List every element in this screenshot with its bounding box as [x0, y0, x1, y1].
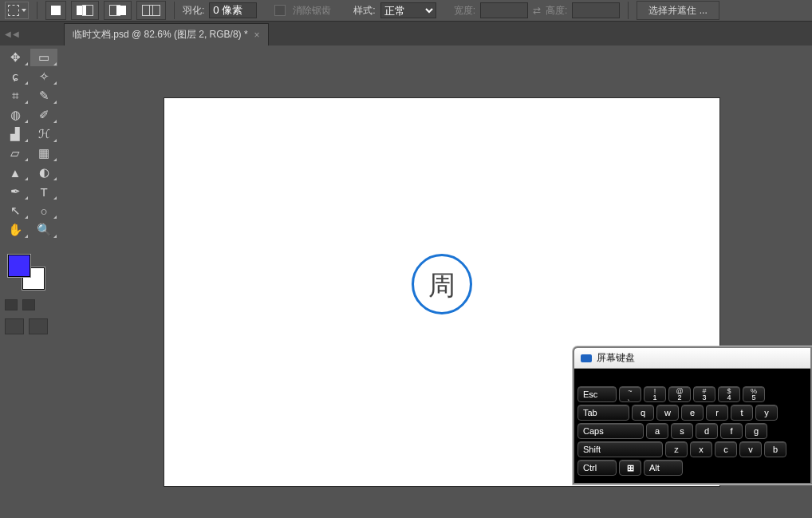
document-tabstrip: ◀◀ 临时文档.psd @ 82.6% (图层 2, RGB/8) * × [0, 22, 812, 46]
height-input [572, 2, 620, 18]
marquee-icon[interactable]: ▭ [30, 49, 57, 66]
select-and-mask-button[interactable]: 选择并遮住 ... [637, 1, 719, 20]
toolbox: ✥▭ɕ✧⌗✎◍✐▟ℋ▱▦▲◐✒T↖○✋🔍 [0, 45, 58, 518]
main-area: ✥▭ɕ✧⌗✎◍✐▟ℋ▱▦▲◐✒T↖○✋🔍 周 屏幕键盘 Esc~、!1@2#3$… [0, 45, 812, 518]
key-alt[interactable]: Alt [644, 460, 683, 476]
tool-selector-icon[interactable] [5, 2, 29, 19]
style-label: 样式: [353, 4, 375, 18]
key-v[interactable]: v [739, 441, 762, 457]
key-z[interactable]: z [665, 441, 688, 457]
key-2[interactable]: @2 [668, 386, 691, 402]
osk-title-text: 屏幕键盘 [597, 351, 635, 365]
key-5[interactable]: %5 [743, 386, 765, 402]
brush-icon[interactable]: ✐ [30, 106, 57, 124]
key-g[interactable]: g [745, 423, 767, 439]
healing-icon[interactable]: ◍ [2, 106, 29, 124]
lasso-icon[interactable]: ɕ [2, 68, 29, 85]
key-s[interactable]: s [671, 423, 693, 439]
height-label: 高度: [546, 4, 567, 18]
on-screen-keyboard[interactable]: 屏幕键盘 Esc~、!1@2#3$4%5TabqwertyCapsasdfgSh… [573, 346, 812, 484]
type-icon[interactable]: T [30, 183, 57, 200]
hand-icon[interactable]: ✋ [2, 221, 29, 239]
move-icon[interactable]: ✥ [2, 49, 29, 66]
key-x[interactable]: x [690, 441, 712, 457]
color-swatches[interactable] [6, 253, 54, 291]
key-e[interactable]: e [681, 405, 704, 421]
key-c[interactable]: c [715, 441, 737, 457]
blur-icon[interactable]: ▲ [2, 164, 29, 181]
intersect-selection-icon[interactable] [136, 1, 166, 20]
eyedropper-icon[interactable]: ✎ [30, 87, 57, 105]
subtract-selection-icon[interactable] [104, 1, 132, 20]
key-esc[interactable]: Esc [577, 386, 617, 402]
eraser-icon[interactable]: ▱ [2, 144, 29, 162]
crop-icon[interactable]: ⌗ [2, 87, 29, 105]
width-input [480, 2, 528, 18]
swap-icon: ⇄ [533, 5, 541, 16]
panel-handle-icon[interactable]: ◀◀ [5, 30, 21, 38]
history-brush-icon[interactable]: ℋ [30, 125, 57, 143]
key-t[interactable]: t [731, 405, 753, 421]
magic-wand-icon[interactable]: ✧ [30, 68, 57, 85]
document-tab[interactable]: 临时文档.psd @ 82.6% (图层 2, RGB/8) * × [64, 23, 269, 45]
dodge-icon[interactable]: ◐ [30, 164, 57, 181]
osk-titlebar[interactable]: 屏幕键盘 [574, 348, 810, 369]
key-y[interactable]: y [755, 405, 778, 421]
key-shift[interactable]: Shift [577, 441, 663, 457]
antialias-checkbox [274, 5, 286, 16]
close-tab-icon[interactable]: × [254, 30, 260, 41]
canvas-logo-char: 周 [428, 267, 455, 304]
mini-swatch-default-icon[interactable] [5, 299, 18, 310]
pen-icon[interactable]: ✒ [2, 183, 29, 200]
antialias-label: 消除锯齿 [293, 4, 331, 18]
key-ctrl[interactable]: Ctrl [577, 460, 617, 476]
width-label: 宽度: [454, 4, 475, 18]
canvas-logo: 周 [412, 254, 472, 314]
key-4[interactable]: $4 [718, 386, 740, 402]
key-d[interactable]: d [696, 423, 718, 439]
key-b[interactable]: b [764, 441, 786, 457]
gradient-icon[interactable]: ▦ [30, 144, 57, 162]
key-w[interactable]: w [656, 405, 679, 421]
key-3[interactable]: #3 [693, 386, 715, 402]
style-select[interactable]: 正常 [380, 2, 436, 18]
feather-label: 羽化: [183, 4, 204, 18]
foreground-color-swatch[interactable] [8, 255, 30, 277]
add-selection-icon[interactable] [71, 1, 99, 20]
screenmode-icon[interactable] [29, 318, 48, 334]
key-a[interactable]: a [646, 423, 668, 439]
key-tab[interactable]: Tab [577, 405, 629, 421]
key-f[interactable]: f [720, 423, 743, 439]
path-select-icon[interactable]: ↖ [2, 202, 29, 219]
key-q[interactable]: q [632, 405, 654, 421]
mini-swatch-swap-icon[interactable] [22, 299, 35, 310]
options-bar: 羽化: 消除锯齿 样式: 正常 宽度: ⇄ 高度: 选择并遮住 ... [0, 0, 812, 22]
shape-icon[interactable]: ○ [30, 202, 57, 219]
stamp-icon[interactable]: ▟ [2, 125, 29, 143]
key-1[interactable]: !1 [644, 386, 666, 402]
new-selection-icon[interactable] [45, 1, 66, 20]
key-⊞[interactable]: ⊞ [619, 460, 641, 476]
key-、[interactable]: ~、 [619, 386, 641, 402]
quickmask-icon[interactable] [5, 318, 24, 334]
keyboard-icon [581, 354, 592, 362]
key-r[interactable]: r [706, 405, 728, 421]
document-tab-title: 临时文档.psd @ 82.6% (图层 2, RGB/8) * [73, 28, 248, 42]
feather-input[interactable] [209, 2, 257, 18]
zoom-icon[interactable]: 🔍 [30, 221, 57, 239]
key-caps[interactable]: Caps [577, 423, 644, 439]
